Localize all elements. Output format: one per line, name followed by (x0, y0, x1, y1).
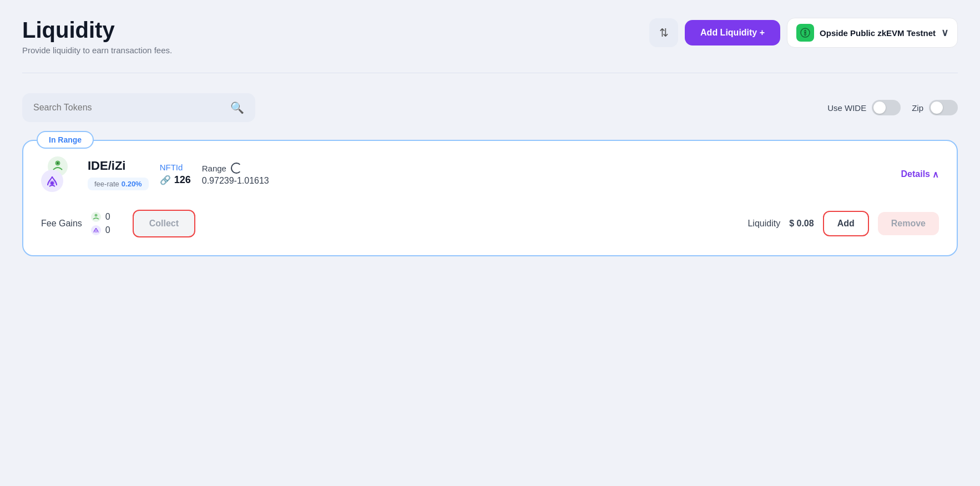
link-icon: 🔗 (160, 175, 171, 185)
token-pair: IDE/iZi (88, 159, 149, 173)
gain2-icon (91, 225, 101, 235)
network-name: Opside Public zkEVM Testnet (820, 28, 936, 38)
swap-icon-button[interactable]: ⇅ (649, 18, 678, 47)
svg-point-1 (804, 32, 806, 34)
fee-gains-section: Fee Gains 0 0 (41, 212, 110, 235)
chevron-up-icon: ∧ (932, 169, 939, 180)
gain2-value: 0 (105, 225, 110, 235)
page-subtitle: Provide liquidity to earn transaction fe… (22, 45, 172, 55)
gain-row-1: 0 (91, 212, 110, 222)
use-wide-label: Use WIDE (827, 103, 866, 113)
fee-gains-label: Fee Gains (41, 219, 82, 229)
remove-button[interactable]: Remove (878, 212, 939, 235)
use-wide-toggle[interactable] (872, 100, 901, 115)
token-logos (41, 156, 77, 192)
zip-group: Zip (912, 100, 958, 115)
controls-row: 🔍 Use WIDE Zip (22, 93, 958, 122)
nft-info: NFTId 🔗 126 (160, 163, 191, 186)
liquidity-section: Liquidity $ 0.08 Add Remove (747, 211, 939, 236)
token-info: IDE/iZi fee-rate 0.20% NFTId 🔗 126 Range (41, 156, 269, 192)
header-right: ⇅ Add Liquidity + Opside Public zkEVM Te… (649, 18, 958, 48)
svg-point-11 (94, 230, 97, 233)
card-top-row: IDE/iZi fee-rate 0.20% NFTId 🔗 126 Range (41, 156, 939, 192)
gain1-value: 0 (105, 212, 110, 222)
in-range-badge: In Range (37, 131, 94, 149)
zip-toggle[interactable] (929, 100, 958, 115)
details-label: Details (901, 169, 930, 179)
details-button[interactable]: Details ∧ (901, 169, 939, 180)
nft-value-row: 🔗 126 (160, 174, 191, 186)
liquidity-label: Liquidity (747, 219, 780, 229)
svg-point-4 (57, 162, 59, 164)
liquidity-value: $ 0.08 (789, 219, 814, 229)
collect-button[interactable]: Collect (133, 210, 195, 237)
range-label-row: Range (202, 163, 269, 174)
header-left: Liquidity Provide liquidity to earn tran… (22, 18, 172, 55)
search-input[interactable] (33, 103, 225, 113)
toggles-group: Use WIDE Zip (827, 100, 958, 115)
range-info: Range 0.97239-1.01613 (202, 163, 269, 186)
svg-point-7 (50, 181, 54, 185)
network-selector[interactable]: Opside Public zkEVM Testnet ∨ (787, 18, 958, 48)
add-button[interactable]: Add (823, 211, 869, 236)
card-bottom-row: Fee Gains 0 0 (41, 210, 939, 237)
range-value: 0.97239-1.01613 (202, 176, 269, 186)
fee-rate-badge: fee-rate 0.20% (88, 178, 149, 190)
gain-row-2: 0 (91, 225, 110, 235)
range-label-text: Range (202, 164, 226, 173)
svg-point-9 (94, 214, 97, 217)
nft-label: NFTId (160, 163, 191, 172)
svg-point-8 (91, 212, 101, 222)
nft-id: 126 (174, 174, 191, 186)
swap-icon: ⇅ (659, 26, 669, 39)
page-header: Liquidity Provide liquidity to earn tran… (22, 18, 958, 55)
page-title: Liquidity (22, 18, 172, 42)
zip-label: Zip (912, 103, 923, 113)
izi-logo (41, 170, 63, 192)
header-divider (22, 73, 958, 73)
search-box[interactable]: 🔍 (22, 93, 255, 122)
search-icon: 🔍 (230, 101, 244, 114)
add-liquidity-button[interactable]: Add Liquidity + (685, 20, 780, 45)
refresh-icon[interactable] (231, 163, 242, 174)
chevron-down-icon: ∨ (941, 27, 948, 39)
use-wide-group: Use WIDE (827, 100, 901, 115)
network-icon (796, 24, 814, 42)
gain1-icon (91, 212, 101, 222)
fee-rate-value: 0.20% (122, 180, 142, 188)
token-details: IDE/iZi fee-rate 0.20% (88, 159, 149, 190)
fee-gains-amounts: 0 0 (91, 212, 110, 235)
fee-rate-prefix: fee-rate (94, 180, 119, 188)
liquidity-card: In Range (22, 140, 958, 256)
